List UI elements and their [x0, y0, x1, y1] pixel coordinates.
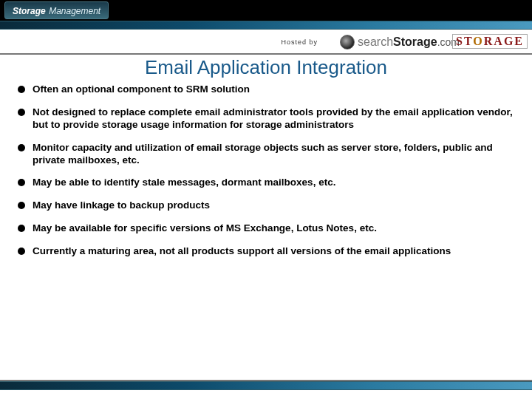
list-item: Monitor capacity and utilization of emai…: [13, 142, 519, 167]
brand-light: Management: [49, 6, 100, 16]
page-title: Email Application Integration: [13, 56, 519, 79]
list-item: May have linkage to backup products: [13, 200, 519, 212]
eye-icon: [340, 35, 355, 50]
footer-stripe: [0, 381, 532, 390]
content: Email Application Integration Often an o…: [0, 55, 532, 258]
header-stripe: [0, 21, 532, 30]
searchstorage-logo: searchStorage.com: [340, 33, 460, 52]
ss-search: search: [358, 35, 393, 49]
hosted-row: Hosted by searchStorage.com STORAGE: [0, 30, 532, 55]
storage-logo: STORAGE: [452, 34, 528, 49]
list-item: Often an optional component to SRM solut…: [13, 83, 519, 96]
top-bar: Storage Management: [0, 0, 532, 21]
ss-storage: Storage: [393, 35, 437, 49]
list-item: Not designed to replace complete email a…: [13, 106, 519, 132]
hosted-by-label: Hosted by: [281, 38, 318, 46]
list-item: May be able to identify stale messages, …: [13, 177, 519, 189]
list-item: May be available for specific versions o…: [13, 222, 519, 235]
list-item: Currently a maturing area, not all produ…: [13, 245, 519, 258]
brand-box: Storage Management: [4, 1, 109, 19]
bullet-list: Often an optional component to SRM solut…: [13, 83, 519, 258]
brand-strong: Storage: [13, 6, 46, 16]
